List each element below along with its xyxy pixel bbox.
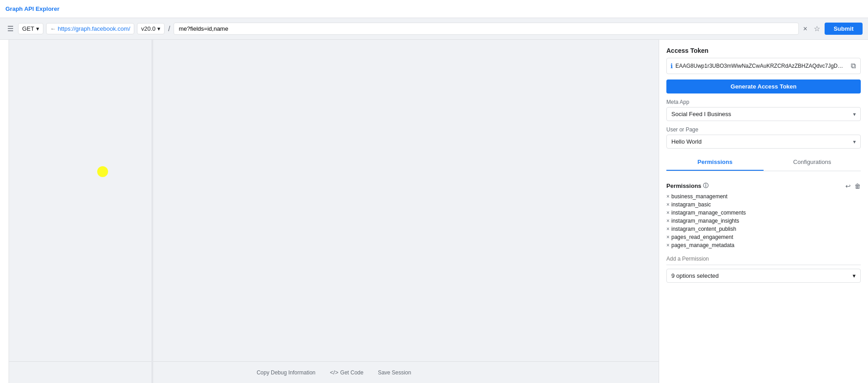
url-slash: /	[167, 25, 171, 33]
meta-app-label: Meta App	[666, 99, 861, 105]
base-url-label: https://graph.facebook.com/	[58, 25, 130, 32]
user-page-label: User or Page	[666, 126, 861, 133]
remove-permission-button[interactable]: ×	[666, 234, 670, 240]
left-sidebar	[0, 40, 9, 383]
base-url-box[interactable]: ← https://graph.facebook.com/	[46, 23, 134, 34]
permission-name: instagram_basic	[671, 201, 711, 208]
permission-item: ×pages_manage_metadata	[666, 242, 861, 248]
permission-item: ×instagram_content_publish	[666, 226, 861, 232]
permissions-info-icon: ⓘ	[703, 182, 708, 190]
editor-area	[9, 40, 659, 361]
permission-name: instagram_content_publish	[671, 226, 736, 232]
remove-permission-button[interactable]: ×	[666, 218, 670, 224]
token-value: EAAG8Uwp1r3UBO3mWiwNaZCwAuKRZCRdAzZBHZAQ…	[675, 63, 847, 69]
version-dropdown[interactable]: v20.0 ▾	[137, 23, 165, 34]
token-info-icon: ℹ	[670, 62, 673, 70]
copy-icon: ⧉	[851, 62, 856, 70]
generate-access-token-button[interactable]: Generate Access Token	[666, 79, 861, 93]
meta-app-section: Meta App Social Feed I Business ▾	[666, 99, 861, 121]
code-icon: </>	[330, 369, 339, 376]
url-path-input[interactable]	[174, 23, 798, 35]
clear-icon: ×	[803, 25, 807, 33]
version-chevron-icon: ▾	[157, 25, 160, 32]
remove-permission-button[interactable]: ×	[666, 242, 670, 248]
hamburger-icon: ☰	[7, 24, 14, 33]
center-panel: Copy Debug Information </> Get Code Save…	[9, 40, 659, 383]
meta-app-chevron-icon: ▾	[853, 111, 856, 117]
app-title: Graph API Explorer	[5, 5, 59, 12]
urlbar: ☰ GET ▾ ← https://graph.facebook.com/ v2…	[0, 18, 868, 40]
delete-permissions-button[interactable]: 🗑	[854, 182, 861, 190]
permission-item: ×instagram_basic	[666, 201, 861, 208]
delete-icon: 🗑	[854, 182, 861, 190]
remove-permission-button[interactable]: ×	[666, 210, 670, 216]
permission-name: instagram_manage_comments	[671, 210, 746, 216]
bookmark-button[interactable]: ☆	[812, 23, 822, 35]
permission-item: ×instagram_manage_comments	[666, 210, 861, 216]
permissions-actions: ↩ 🗑	[845, 182, 861, 190]
permission-name: pages_read_engagement	[671, 234, 733, 240]
get-code-label: Get Code	[340, 369, 363, 376]
meta-app-select[interactable]: Social Feed I Business ▾	[666, 107, 861, 121]
user-page-select[interactable]: Hello World ▾	[666, 135, 861, 149]
token-box: ℹ EAAG8Uwp1r3UBO3mWiwNaZCwAuKRZCRdAzZBHZ…	[666, 58, 861, 74]
options-selected-label: 9 options selected	[671, 272, 719, 279]
remove-permission-button[interactable]: ×	[666, 226, 670, 232]
center-footer: Copy Debug Information </> Get Code Save…	[9, 361, 659, 383]
undo-permissions-button[interactable]: ↩	[845, 182, 851, 190]
add-permission-input[interactable]	[666, 253, 861, 265]
save-session-button[interactable]: Save Session	[378, 369, 411, 376]
clear-button[interactable]: ×	[802, 23, 809, 35]
get-code-button[interactable]: </> Get Code	[330, 369, 363, 376]
main-layout: Copy Debug Information </> Get Code Save…	[0, 40, 868, 383]
method-chevron-icon: ▾	[36, 25, 39, 32]
access-token-title: Access Token	[666, 47, 861, 54]
permission-item: ×business_management	[666, 193, 861, 200]
access-token-section: Access Token ℹ EAAG8Uwp1r3UBO3mWiwNaZCwA…	[666, 47, 861, 74]
user-page-section: User or Page Hello World ▾	[666, 126, 861, 149]
user-page-value: Hello World	[671, 138, 702, 145]
permission-item: ×instagram_manage_insights	[666, 218, 861, 224]
tab-permissions[interactable]: Permissions	[666, 154, 764, 171]
undo-icon: ↩	[845, 182, 851, 190]
permissions-title: Permissions ⓘ	[666, 182, 708, 190]
remove-permission-button[interactable]: ×	[666, 193, 670, 200]
star-icon: ☆	[814, 25, 820, 33]
topbar: Graph API Explorer	[0, 0, 868, 18]
permission-name: pages_manage_metadata	[671, 242, 734, 248]
method-label: GET	[22, 25, 34, 32]
tab-configurations[interactable]: Configurations	[764, 154, 861, 171]
method-dropdown[interactable]: GET ▾	[18, 23, 43, 34]
permission-name: business_management	[671, 193, 727, 200]
options-selected-dropdown[interactable]: 9 options selected ▾	[666, 269, 861, 283]
submit-button[interactable]: Submit	[825, 23, 863, 35]
copy-token-button[interactable]: ⧉	[850, 61, 857, 71]
copy-debug-button[interactable]: Copy Debug Information	[257, 369, 316, 376]
copy-debug-label: Copy Debug Information	[257, 369, 316, 376]
permissions-section: Permissions ⓘ ↩ 🗑 ×business_management×i…	[666, 177, 861, 288]
panel-divider[interactable]	[151, 40, 153, 383]
arrow-left-icon: ←	[50, 25, 56, 32]
version-label: v20.0	[141, 25, 156, 32]
tabs-row: Permissions Configurations	[666, 154, 861, 171]
right-panel: Access Token ℹ EAAG8Uwp1r3UBO3mWiwNaZCwA…	[659, 40, 868, 383]
options-chevron-icon: ▾	[853, 272, 856, 279]
permission-item: ×pages_read_engagement	[666, 234, 861, 240]
meta-app-value: Social Feed I Business	[671, 111, 731, 117]
permission-name: instagram_manage_insights	[671, 218, 739, 224]
permissions-list: ×business_management×instagram_basic×ins…	[666, 193, 861, 248]
remove-permission-button[interactable]: ×	[666, 201, 670, 208]
save-session-label: Save Session	[378, 369, 411, 376]
permissions-header: Permissions ⓘ ↩ 🗑	[666, 182, 861, 190]
hamburger-button[interactable]: ☰	[5, 23, 15, 35]
user-page-chevron-icon: ▾	[853, 139, 856, 145]
